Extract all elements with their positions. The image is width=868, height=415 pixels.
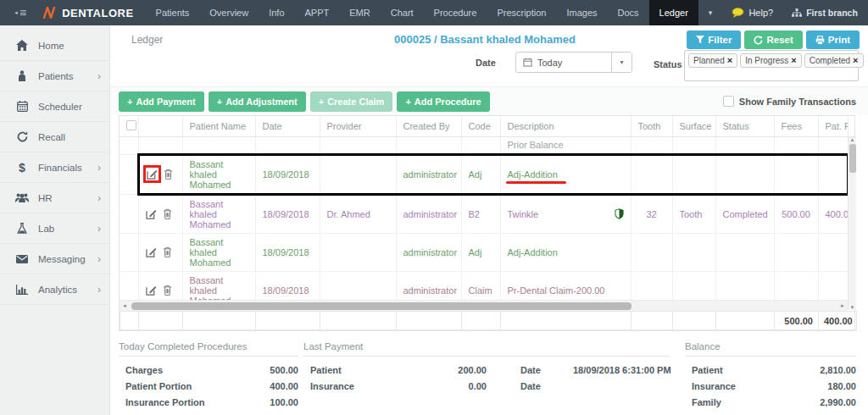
horizontal-scroll-thumb[interactable] bbox=[131, 302, 632, 310]
add-procedure-button[interactable]: +Add Procedure bbox=[397, 91, 489, 112]
nav-item-chart[interactable]: Chart bbox=[381, 0, 424, 25]
calendar-icon bbox=[523, 58, 532, 67]
nav-item-label: Procedure bbox=[434, 8, 477, 18]
branch-selector[interactable]: First branch bbox=[782, 0, 867, 25]
vertical-scrollbar[interactable]: ▲ ▼ bbox=[848, 137, 856, 310]
nav-item-docs[interactable]: Docs bbox=[608, 0, 649, 25]
total-empty bbox=[501, 312, 632, 330]
sidebar-item-scheduler[interactable]: Scheduler bbox=[0, 91, 109, 122]
edit-row-button[interactable] bbox=[146, 246, 157, 257]
remove-tag-icon[interactable]: × bbox=[727, 56, 732, 65]
today-completed-title: Today Completed Procedures bbox=[119, 341, 298, 357]
sidebar-item-analytics[interactable]: Analytics › bbox=[0, 274, 109, 305]
col-description: Description bbox=[500, 116, 631, 137]
family-transactions-checkbox[interactable] bbox=[723, 96, 734, 107]
cell-surface bbox=[672, 271, 715, 300]
sidebar-item-home[interactable]: Home bbox=[0, 30, 109, 61]
flask-icon bbox=[13, 223, 31, 234]
ledger-table-header: Patient Name Date Provider Created By Co… bbox=[120, 116, 856, 137]
nav-item-procedure[interactable]: Procedure bbox=[424, 0, 487, 25]
sidebar-item-recall[interactable]: Recall bbox=[0, 122, 109, 152]
status-tag-completed[interactable]: Completed × bbox=[804, 53, 864, 68]
sidebar-item-hr[interactable]: HR › bbox=[0, 183, 109, 213]
sidebar-item-financials[interactable]: $ Financials › bbox=[0, 152, 109, 183]
date-select-caret[interactable]: ▼ bbox=[611, 53, 632, 72]
cell-actions bbox=[138, 154, 182, 194]
today-completed-procedures-block: Today Completed Procedures Charges 500.0… bbox=[119, 341, 298, 413]
delete-row-button[interactable] bbox=[163, 208, 172, 219]
select-all-checkbox[interactable] bbox=[126, 120, 136, 130]
delete-row-button[interactable] bbox=[163, 246, 172, 257]
nav-item-patients[interactable]: Patients bbox=[146, 0, 200, 25]
help-button[interactable]: Help? bbox=[722, 0, 782, 25]
cell-surface bbox=[672, 233, 715, 271]
create-claim-button[interactable]: +Create Claim bbox=[310, 91, 393, 112]
reset-button[interactable]: Reset bbox=[744, 30, 802, 49]
show-family-transactions-toggle[interactable]: Show Family Transactions bbox=[723, 96, 856, 107]
nav-more-caret[interactable]: ▾ bbox=[698, 0, 723, 25]
nav-item-appt[interactable]: APPT bbox=[295, 0, 340, 25]
nav-item-images[interactable]: Images bbox=[556, 0, 607, 25]
add-payment-label: Add Payment bbox=[136, 97, 195, 107]
scroll-up-arrow[interactable]: ▲ bbox=[850, 137, 855, 142]
cell-created-by: administrator bbox=[396, 233, 461, 271]
scroll-down-arrow[interactable]: ▼ bbox=[850, 305, 855, 310]
sidebar-collapse-button[interactable]: ◄ ≡ bbox=[0, 0, 35, 25]
row-twinkle-completed[interactable]: Bassant khaled Mohamed 18/09/2018 Dr. Ah… bbox=[120, 194, 848, 233]
vertical-scroll-thumb[interactable] bbox=[849, 144, 856, 173]
total-empty bbox=[256, 312, 320, 330]
nav-item-overview[interactable]: Overview bbox=[199, 0, 259, 25]
edit-pencil-icon bbox=[146, 208, 157, 219]
help-chat-icon bbox=[732, 8, 744, 18]
cell-code: Claim bbox=[461, 271, 500, 300]
patient-title-link[interactable]: 000025 / Bassant khaled Mohamed bbox=[394, 33, 576, 46]
status-filter-box[interactable]: Planned × In Progress × Completed × bbox=[684, 50, 859, 81]
nav-item-prescription[interactable]: Prescription bbox=[487, 0, 556, 25]
cell-fees: 500.00 bbox=[774, 194, 818, 233]
delete-row-button[interactable] bbox=[163, 285, 172, 296]
nav-item-label: Prescription bbox=[497, 8, 546, 18]
add-adjustment-button[interactable]: +Add Adjustment bbox=[209, 91, 306, 112]
patient-payment-value: 200.00 bbox=[412, 365, 487, 375]
nav-item-info[interactable]: Info bbox=[259, 0, 294, 25]
edit-row-button[interactable] bbox=[146, 285, 157, 296]
sidebar-item-messaging[interactable]: Messaging › bbox=[0, 244, 109, 274]
nav-item-ledger[interactable]: Ledger bbox=[649, 0, 698, 25]
cell-description: Adj-Addition bbox=[500, 233, 631, 271]
status-tag-planned[interactable]: Planned × bbox=[688, 53, 737, 68]
row-adj-addition[interactable]: Bassant khaled Mohamed 18/09/2018 admini… bbox=[120, 233, 848, 271]
remove-tag-icon[interactable]: × bbox=[791, 56, 796, 65]
nav-item-emr[interactable]: EMR bbox=[339, 0, 380, 25]
print-button[interactable]: Print bbox=[806, 30, 860, 49]
delete-row-button[interactable] bbox=[164, 169, 173, 180]
cell-fees bbox=[774, 233, 818, 271]
scroll-right-arrow[interactable]: ► bbox=[840, 303, 845, 308]
row-prior-balance[interactable]: Prior Balance bbox=[120, 137, 848, 154]
cell-actions bbox=[138, 137, 182, 154]
total-empty bbox=[632, 312, 673, 330]
brand-logo[interactable]: DENTALORE bbox=[35, 0, 145, 25]
scroll-left-arrow[interactable]: ◄ bbox=[122, 303, 127, 308]
last-payment-title: Last Payment bbox=[303, 341, 670, 357]
cell-actions bbox=[138, 194, 182, 233]
filter-button[interactable]: Filter bbox=[687, 30, 741, 49]
cell-provider bbox=[320, 271, 396, 300]
add-payment-button[interactable]: +Add Payment bbox=[119, 91, 204, 112]
edit-row-button[interactable] bbox=[146, 208, 157, 219]
status-tag-label: Planned bbox=[693, 56, 725, 65]
table-body-clip: Prior Balance bbox=[120, 137, 848, 300]
horizontal-scrollbar[interactable]: ◄ ► bbox=[120, 300, 848, 311]
sidebar-item-patients[interactable]: Patients › bbox=[0, 61, 109, 91]
cell-surface bbox=[672, 154, 715, 194]
status-tag-in-progress[interactable]: In Progress × bbox=[740, 53, 802, 68]
chevron-down-icon: ▾ bbox=[709, 8, 713, 17]
row-claim-200[interactable]: Bassant khaled Mohamed 18/09/2018 admini… bbox=[120, 271, 848, 300]
sidebar-item-lab[interactable]: Lab › bbox=[0, 213, 109, 244]
header-actions-cell bbox=[138, 116, 182, 137]
date-range-select[interactable]: Today ▼ bbox=[515, 52, 632, 73]
row-adj-addition-highlighted[interactable]: Bassant khaled Mohamed 18/09/2018 admini… bbox=[120, 154, 848, 194]
col-provider: Provider bbox=[320, 116, 396, 137]
header-scrollbar-filler bbox=[848, 116, 856, 137]
edit-row-button[interactable] bbox=[147, 169, 158, 180]
remove-tag-icon[interactable]: × bbox=[853, 56, 858, 65]
